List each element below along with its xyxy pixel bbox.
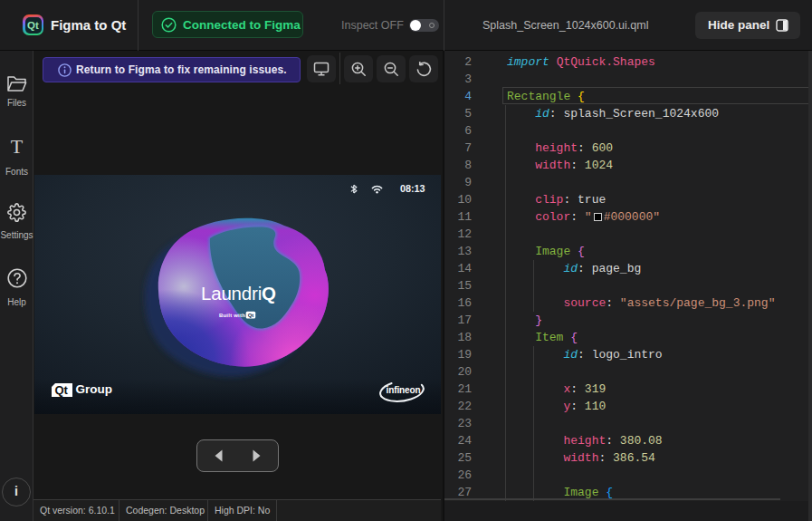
svg-text:LaundriQ: LaundriQ — [201, 283, 276, 304]
svg-text:Qt: Qt — [248, 313, 254, 318]
svg-text:Built with: Built with — [219, 313, 245, 318]
svg-text:Group: Group — [76, 382, 113, 396]
svg-text:Qt: Qt — [55, 383, 69, 397]
svg-text:08:13: 08:13 — [400, 183, 425, 194]
svg-text:infineon: infineon — [387, 385, 421, 395]
